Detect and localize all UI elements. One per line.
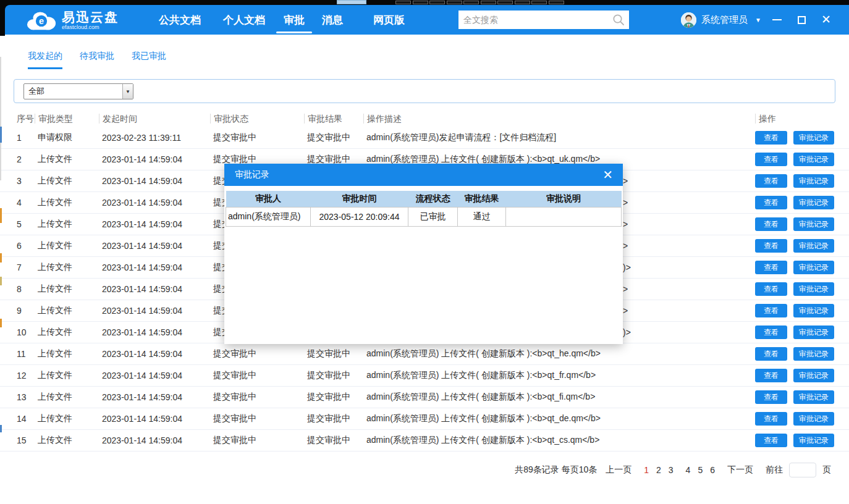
desc-tail-fragment: )> xyxy=(623,262,631,272)
view-button[interactable]: 查看 xyxy=(755,196,787,209)
approval-record-button[interactable]: 审批记录 xyxy=(793,131,834,145)
column-header: 审批类型 xyxy=(35,114,99,124)
background-tab xyxy=(463,1,479,4)
cell-type: 上传文件 xyxy=(35,262,99,273)
view-button[interactable]: 查看 xyxy=(755,369,787,382)
nav-item-4[interactable]: 网页版 xyxy=(373,13,405,27)
avatar[interactable] xyxy=(681,12,696,28)
search-box[interactable] xyxy=(458,10,629,29)
svg-text:e: e xyxy=(39,16,44,26)
search-input[interactable] xyxy=(458,15,612,25)
background-tab xyxy=(447,1,462,4)
approval-record-button[interactable]: 审批记录 xyxy=(793,304,834,317)
cell-actions: 查看审批记录 xyxy=(755,304,835,317)
approval-record-button[interactable]: 审批记录 xyxy=(793,390,834,404)
nav-item-1[interactable]: 个人文档 xyxy=(223,13,265,27)
view-button[interactable]: 查看 xyxy=(755,390,787,404)
view-button[interactable]: 查看 xyxy=(755,412,787,426)
cell-type: 上传文件 xyxy=(35,392,99,403)
page-numbers: 123456 xyxy=(640,465,719,475)
app-logo: e 易迅云盘 efastcloud.com xyxy=(26,8,119,32)
approval-tabs: 我发起的待我审批我已审批 xyxy=(28,51,166,69)
view-button[interactable]: 查看 xyxy=(755,261,787,274)
cell-type: 上传文件 xyxy=(35,327,99,338)
nav-item-2[interactable]: 审批 xyxy=(284,13,305,27)
page-number-6[interactable]: 6 xyxy=(706,465,719,475)
dropdown-arrow-icon[interactable]: ▼ xyxy=(122,84,133,99)
desc-tail-fragment: )> xyxy=(623,327,631,337)
view-button[interactable]: 查看 xyxy=(755,326,787,339)
cell-time: 2023-01-14 14:59:04 xyxy=(99,241,210,251)
brand-name: 易迅云盘 xyxy=(62,10,119,24)
column-header: 审批状态 xyxy=(210,114,304,124)
approval-record-button[interactable]: 审批记录 xyxy=(793,261,834,274)
edge-artifact xyxy=(0,319,2,327)
tab-1[interactable]: 待我审批 xyxy=(80,51,114,69)
column-header: 操作 xyxy=(755,114,835,124)
approval-record-button[interactable]: 审批记录 xyxy=(793,369,834,382)
maximize-button[interactable] xyxy=(796,14,807,25)
cell-time: 2023-01-14 14:59:04 xyxy=(99,198,210,208)
modal-column-header: 审批说明 xyxy=(506,191,622,207)
background-tab xyxy=(549,1,564,4)
cell-time: 2023-01-14 14:59:04 xyxy=(99,284,210,294)
cell-no: 1 xyxy=(14,133,35,143)
cell-status: 提交审批中 xyxy=(210,392,304,403)
user-menu[interactable]: 系统管理员 ▼ xyxy=(681,5,761,35)
tab-2[interactable]: 我已审批 xyxy=(132,51,166,69)
username: 系统管理员 xyxy=(701,14,748,26)
cell-actions: 查看审批记录 xyxy=(755,282,835,296)
view-button[interactable]: 查看 xyxy=(755,304,787,317)
view-button[interactable]: 查看 xyxy=(755,282,787,296)
cell-time: 2023-01-14 14:59:04 xyxy=(99,262,210,272)
page-number-2[interactable]: 2 xyxy=(653,465,665,475)
minimize-button[interactable] xyxy=(771,14,782,25)
approval-record-button[interactable]: 审批记录 xyxy=(793,412,834,426)
cell-time: 2023-01-14 14:59:04 xyxy=(99,392,210,402)
close-button[interactable]: ✕ xyxy=(821,14,832,25)
cell-actions: 查看审批记录 xyxy=(755,390,835,404)
page-number-3[interactable]: 3 xyxy=(665,465,677,475)
approval-record-button[interactable]: 审批记录 xyxy=(793,434,834,447)
view-button[interactable]: 查看 xyxy=(755,131,787,145)
approval-record-button[interactable]: 审批记录 xyxy=(793,217,834,231)
approval-record-button[interactable]: 审批记录 xyxy=(793,174,834,188)
table-row: 13上传文件2023-01-14 14:59:04提交审批中提交审批中admin… xyxy=(0,387,849,408)
table-header: 序号审批类型发起时间审批状态审批结果操作描述操作 xyxy=(0,110,849,127)
next-page-button[interactable]: 下一页 xyxy=(727,464,753,476)
record-count: 共89条记录 每页10条 xyxy=(515,464,597,476)
background-tab xyxy=(395,1,411,4)
approval-record-button[interactable]: 审批记录 xyxy=(793,282,834,296)
view-button[interactable]: 查看 xyxy=(755,217,787,231)
view-button[interactable]: 查看 xyxy=(755,174,787,188)
cell-time: 2023-01-14 14:59:04 xyxy=(99,349,210,359)
background-tab xyxy=(413,1,428,4)
type-filter-select[interactable]: 全部 ▼ xyxy=(23,83,133,99)
prev-page-button[interactable]: 上一页 xyxy=(606,464,631,476)
approval-record-button[interactable]: 审批记录 xyxy=(793,196,834,209)
page-number-1[interactable]: 1 xyxy=(640,465,653,475)
cell-actions: 查看审批记录 xyxy=(755,131,835,145)
approval-record-button[interactable]: 审批记录 xyxy=(793,347,834,361)
corner-black xyxy=(0,0,5,36)
cell-type: 上传文件 xyxy=(35,435,99,446)
goto-page-input[interactable] xyxy=(789,463,816,477)
nav-item-3[interactable]: 消息 xyxy=(322,13,343,27)
view-button[interactable]: 查看 xyxy=(755,153,787,166)
cell-actions: 查看审批记录 xyxy=(755,174,835,188)
view-button[interactable]: 查看 xyxy=(755,434,787,447)
approval-record-button[interactable]: 审批记录 xyxy=(793,153,834,166)
search-icon[interactable] xyxy=(612,13,625,27)
tab-0[interactable]: 我发起的 xyxy=(28,51,62,69)
chevron-down-icon[interactable]: ▼ xyxy=(755,17,761,23)
cell-type: 申请权限 xyxy=(35,132,99,143)
view-button[interactable]: 查看 xyxy=(755,239,787,253)
view-button[interactable]: 查看 xyxy=(755,347,787,361)
approval-record-button[interactable]: 审批记录 xyxy=(793,326,834,339)
page-number-4[interactable]: 4 xyxy=(682,465,695,475)
nav-item-0[interactable]: 公共文档 xyxy=(159,13,201,27)
modal-column-header: 审批时间 xyxy=(311,191,408,207)
approval-record-button[interactable]: 审批记录 xyxy=(793,239,834,253)
page-number-5[interactable]: 5 xyxy=(694,465,706,475)
modal-close-icon[interactable]: ✕ xyxy=(602,169,623,181)
